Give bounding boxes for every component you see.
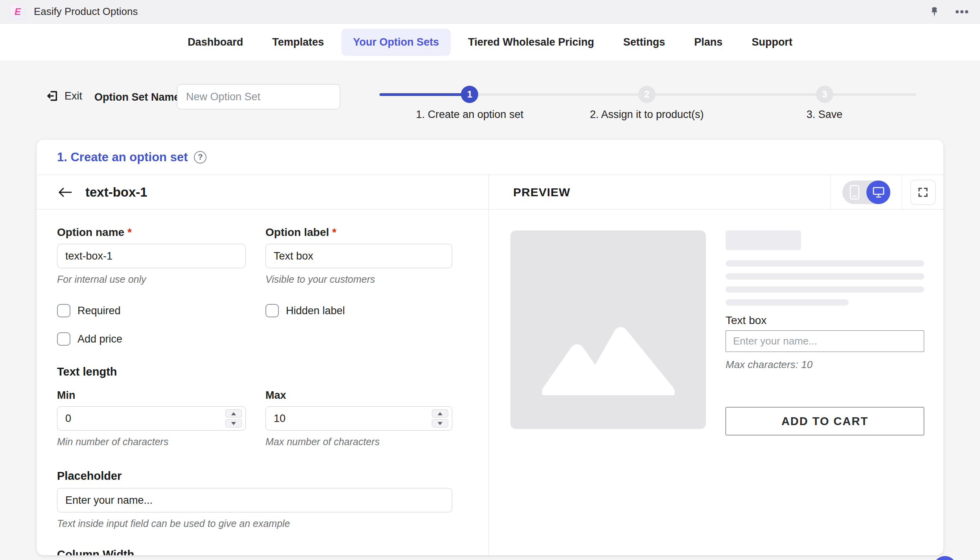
option-set-name-label: Option Set Name [94, 91, 180, 103]
desktop-icon [873, 187, 884, 198]
skeleton-line [726, 286, 924, 293]
card-columns: text-box-1 Option name * For internal us… [37, 175, 943, 555]
hidden-label-checkbox-label: Hidden label [286, 305, 345, 317]
add-price-checkbox[interactable] [57, 332, 70, 346]
nav-item-tiered-wholesale-pricing[interactable]: Tiered Wholesale Pricing [456, 29, 606, 56]
required-asterisk: * [127, 226, 132, 238]
preview-helper: Max characters: 10 [726, 359, 924, 371]
desktop-view-button[interactable] [866, 181, 890, 204]
help-icon[interactable]: ? [194, 151, 206, 164]
editor-header: text-box-1 [37, 175, 488, 210]
nav-item-support[interactable]: Support [740, 29, 804, 56]
placeholder-helper: Text inside input field can be used to g… [57, 518, 452, 529]
option-name-field: Option name * For internal use only [57, 226, 246, 285]
nav-item-plans[interactable]: Plans [682, 29, 734, 56]
mountains-icon [530, 314, 687, 395]
placeholder-input[interactable] [57, 488, 452, 512]
min-label: Min [57, 389, 246, 402]
min-helper: Min number of characters [57, 436, 246, 448]
skeleton-line [726, 260, 924, 267]
required-checkbox-row[interactable]: Required [57, 304, 246, 317]
option-name-label: Option name * [57, 226, 246, 239]
fullscreen-button[interactable] [910, 180, 936, 205]
option-label-field: Option label * Visible to your customers [265, 226, 452, 285]
option-name-input[interactable] [57, 244, 246, 268]
max-field: Max Max number of characters [265, 378, 452, 448]
preview-field-label: Text box [726, 314, 924, 327]
preview-body: Text box Max characters: 10 ADD TO CART [489, 210, 943, 555]
stepper: 1 2 3 1. Create an option set 2. Assign … [379, 86, 916, 129]
placeholder-heading: Placeholder [57, 470, 452, 483]
step-node-1[interactable]: 1 [461, 86, 478, 103]
app-title: Easify Product Options [34, 6, 138, 18]
option-form: Option name * For internal use only Opti… [37, 210, 488, 555]
exit-button[interactable]: Exit [46, 90, 82, 102]
app-logo-icon: E [10, 4, 25, 19]
hidden-label-checkbox[interactable] [265, 304, 279, 317]
product-image-placeholder [510, 230, 706, 429]
max-input[interactable] [265, 406, 452, 431]
fullscreen-wrap [902, 175, 943, 209]
option-set-card: 1. Create an option set ? text-box-1 Opt… [37, 140, 943, 555]
add-price-checkbox-row[interactable]: Add price [57, 332, 452, 346]
column-width-heading: Column Width [57, 548, 452, 555]
step-label-3: 3. Save [807, 109, 843, 121]
device-toggle [842, 181, 890, 204]
nav-item-your-option-sets[interactable]: Your Option Sets [341, 29, 451, 56]
more-horizontal-icon[interactable] [954, 4, 970, 20]
placeholder-field: Text inside input field can be used to g… [57, 483, 452, 529]
device-toggle-wrap [831, 175, 902, 209]
skeleton-line [726, 299, 849, 306]
option-set-name-input[interactable] [177, 84, 340, 109]
skeleton-line [726, 273, 924, 280]
min-input[interactable] [57, 406, 246, 431]
preview-text-input[interactable] [726, 330, 924, 352]
min-spinner [225, 409, 242, 427]
preview-title: PREVIEW [489, 175, 831, 209]
fullscreen-icon [917, 186, 929, 198]
spin-down-icon[interactable] [432, 419, 448, 427]
min-field: Min Min number of characters [57, 378, 246, 448]
pin-icon[interactable] [927, 4, 942, 20]
max-spinner [432, 409, 448, 427]
max-helper: Max number of characters [265, 436, 452, 448]
text-length-heading: Text length [57, 365, 452, 378]
hidden-label-checkbox-row[interactable]: Hidden label [265, 304, 452, 317]
option-label-helper: Visible to your customers [265, 274, 452, 285]
option-label-input[interactable] [265, 244, 452, 268]
exit-icon [46, 90, 59, 102]
step-node-3[interactable]: 3 [816, 86, 833, 103]
main-nav: Dashboard Templates Your Option Sets Tie… [0, 24, 980, 61]
spin-up-icon[interactable] [225, 409, 242, 418]
min-number-stepper [57, 406, 246, 431]
stepper-track-fill [379, 93, 470, 96]
option-name-helper: For internal use only [57, 274, 246, 285]
card-title: 1. Create an option set [57, 150, 188, 164]
max-number-stepper [265, 406, 452, 431]
exit-label: Exit [64, 90, 82, 102]
step-node-2[interactable]: 2 [638, 86, 656, 103]
mobile-icon [849, 185, 860, 200]
nav-item-templates[interactable]: Templates [260, 29, 336, 56]
topbar: E Easify Product Options [0, 0, 980, 24]
back-arrow-icon[interactable] [57, 186, 73, 199]
option-label-label: Option label * [265, 226, 452, 239]
max-label: Max [265, 389, 452, 402]
required-asterisk: * [332, 226, 337, 238]
spin-up-icon[interactable] [432, 409, 448, 418]
floating-chat-button[interactable] [933, 556, 957, 560]
nav-item-settings[interactable]: Settings [612, 29, 677, 56]
product-info-column: Text box Max characters: 10 ADD TO CART [726, 230, 924, 435]
skeleton-title [726, 230, 801, 250]
card-header: 1. Create an option set ? [37, 140, 943, 175]
step-label-1: 1. Create an option set [416, 109, 523, 121]
preview-panel: PREVIEW [489, 175, 943, 555]
mobile-view-button[interactable] [842, 181, 866, 204]
required-checkbox[interactable] [57, 304, 70, 317]
required-checkbox-label: Required [77, 305, 121, 317]
add-to-cart-button[interactable]: ADD TO CART [726, 407, 924, 435]
step-label-2: 2. Assign it to product(s) [590, 109, 704, 121]
spin-down-icon[interactable] [225, 419, 242, 427]
nav-item-dashboard[interactable]: Dashboard [176, 29, 255, 56]
preview-header: PREVIEW [489, 175, 943, 210]
